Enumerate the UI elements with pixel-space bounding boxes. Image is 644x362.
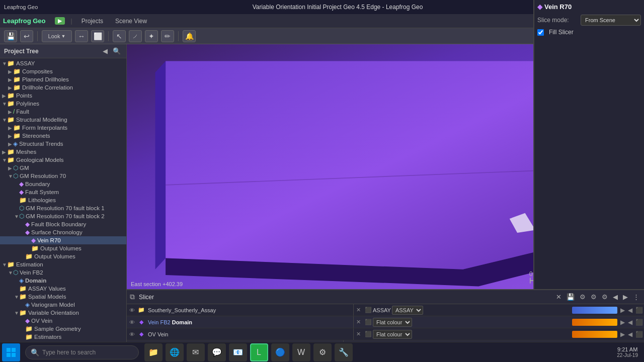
notification-button[interactable]: 🔔 bbox=[183, 30, 196, 42]
tree-item-boundary[interactable]: ◆Boundary bbox=[0, 180, 126, 188]
tree-item-lithologies[interactable]: 📁Lithologies bbox=[0, 196, 126, 204]
tree-expand-arrow[interactable]: ▼ bbox=[2, 117, 7, 123]
sidebar-search-button[interactable]: 🔍 bbox=[111, 47, 122, 55]
box-select-button[interactable]: ⬜ bbox=[91, 30, 104, 42]
table-row[interactable]: 👁 ◆ Vein FB2 Domain ✕ ⬛ Flat colour bbox=[127, 316, 644, 328]
taskbar-app-skype[interactable]: 💬 bbox=[208, 343, 226, 361]
slicer-settings-button2[interactable]: ⚙ bbox=[589, 293, 598, 301]
tree-expand-arrow[interactable]: ▼ bbox=[2, 262, 7, 267]
tree-item-planned-drillholes[interactable]: ▶📁Planned Drillholes bbox=[0, 75, 126, 83]
row-visibility-toggle[interactable]: 👁 bbox=[127, 331, 137, 337]
row-action-play[interactable]: ▶ bbox=[619, 306, 626, 314]
tree-item-domain[interactable]: ◈Domain bbox=[0, 277, 126, 285]
row-action-stop[interactable]: ⬛ bbox=[634, 330, 644, 338]
row-color-dropdown[interactable]: Flat colour bbox=[373, 318, 412, 327]
tree-expand-arrow[interactable]: ▶ bbox=[2, 149, 7, 155]
undo-button[interactable]: ↩ bbox=[20, 30, 33, 42]
tree-item-output-volumes1[interactable]: 📁Output Volumes bbox=[0, 244, 126, 252]
row-color-dropdown[interactable]: Flat colour bbox=[373, 330, 412, 339]
sidebar-collapse-button[interactable]: ◀ bbox=[101, 47, 109, 55]
taskbar-clock[interactable]: 9:21 AM 22-Jul-19 bbox=[613, 346, 642, 358]
tree-item-sample-geometry[interactable]: 📁Sample Geometry bbox=[0, 325, 126, 333]
tree-expand-arrow[interactable]: ▶ bbox=[8, 141, 13, 147]
tree-item-fault[interactable]: ▶/Fault bbox=[0, 108, 126, 116]
tree-item-meshes[interactable]: ▶📁Meshes bbox=[0, 148, 126, 156]
tree-item-gm-resolution-70[interactable]: ▼⬡GM Resolution 70 bbox=[0, 172, 126, 180]
slicer-settings-button5[interactable]: ▶ bbox=[621, 293, 629, 301]
taskbar-app-extra1[interactable]: ⚙ bbox=[313, 343, 332, 361]
tree-item-surface-chronology[interactable]: ◆Surface Chronology bbox=[0, 228, 126, 236]
slicer-close-button[interactable]: ✕ bbox=[554, 293, 563, 301]
row-action-play[interactable]: ▶ bbox=[619, 318, 626, 326]
tree-expand-arrow[interactable]: ▶ bbox=[8, 125, 13, 131]
save-button[interactable]: 💾 bbox=[4, 30, 17, 42]
menu-projects[interactable]: Projects bbox=[78, 17, 106, 26]
table-row[interactable]: 👁 ◆ OV Vein ✕ ⬛ Flat colour ▶ ◀ bbox=[127, 328, 644, 340]
tree-expand-arrow[interactable]: ▶ bbox=[8, 69, 13, 74]
table-row[interactable]: 👁 📁 Southerly_Southerly_Assay ✕ ⬛ ASSAY … bbox=[127, 304, 644, 316]
taskbar-app-extra2[interactable]: 🔧 bbox=[335, 343, 353, 361]
row-action-stop[interactable]: ⬛ bbox=[634, 306, 644, 314]
look-button[interactable]: Look ▼ bbox=[42, 30, 72, 42]
tree-item-polylines[interactable]: ▼📁Polylines bbox=[0, 100, 126, 108]
row-remove-button[interactable]: ✕ bbox=[354, 307, 363, 313]
tree-item-stereonets[interactable]: ▶📁Stereonets bbox=[0, 132, 126, 140]
tree-item-fault-system[interactable]: ◆Fault System bbox=[0, 188, 126, 196]
row-action-back[interactable]: ◀ bbox=[627, 318, 633, 326]
slicer-settings-button1[interactable]: ⚙ bbox=[578, 293, 587, 301]
tree-item-drillhole-correlation[interactable]: ▶📁Drillhole Correlation bbox=[0, 83, 126, 92]
row-visibility-toggle[interactable]: 👁 bbox=[127, 319, 137, 325]
select-button[interactable]: ↖ bbox=[113, 30, 126, 42]
start-button[interactable] bbox=[2, 343, 20, 361]
tree-item-assay-values[interactable]: 📁ASSAY Values bbox=[0, 285, 126, 293]
row-remove-button[interactable]: ✕ bbox=[354, 319, 363, 325]
tree-expand-arrow[interactable]: ▼ bbox=[14, 310, 19, 316]
tree-expand-arrow[interactable]: ▶ bbox=[8, 77, 13, 82]
tree-item-gm-fault-block-2[interactable]: ▼⬡GM Resolution 70 fault block 2 bbox=[0, 212, 126, 220]
tree-item-composites[interactable]: ▶📁Composites bbox=[0, 67, 126, 75]
tree-item-gm[interactable]: ▶⬡GM bbox=[0, 164, 126, 172]
tree-item-spatial-models[interactable]: ▼📁Spatial Models bbox=[0, 293, 126, 301]
tree-item-vein-r70[interactable]: ◆Vein R70 bbox=[0, 236, 126, 244]
row-action-stop[interactable]: ⬛ bbox=[634, 318, 644, 326]
slice-mode-dropdown[interactable]: From Scene bbox=[581, 15, 641, 26]
tree-item-form-interpolants[interactable]: ▶📁Form Interpolants bbox=[0, 124, 126, 132]
tree-item-estimation[interactable]: ▼📁Estimation bbox=[0, 260, 126, 268]
taskbar-app-edge[interactable]: 🌐 bbox=[166, 343, 184, 361]
tree-item-variogram-model[interactable]: ◈Variogram Model bbox=[0, 301, 126, 309]
tree-expand-arrow[interactable]: ▼ bbox=[8, 270, 13, 276]
tree-expand-arrow[interactable]: ▼ bbox=[2, 157, 7, 163]
tree-expand-arrow[interactable]: ▼ bbox=[8, 173, 13, 179]
move-tool-button[interactable]: ↔ bbox=[75, 30, 88, 42]
tree-item-structural-modelling[interactable]: ▼📁Structural Modelling bbox=[0, 116, 126, 124]
taskbar-app-chrome[interactable]: 🔵 bbox=[271, 343, 289, 361]
row-color-dropdown[interactable]: ASSAY bbox=[392, 306, 423, 315]
pencil-button[interactable]: ✏ bbox=[161, 30, 174, 42]
slicer-save-button[interactable]: 💾 bbox=[565, 293, 576, 301]
row-action-back[interactable]: ◀ bbox=[627, 330, 633, 338]
taskbar-search[interactable]: 🔍 Type here to search bbox=[25, 345, 139, 359]
tree-expand-arrow[interactable]: ▼ bbox=[2, 61, 7, 66]
fill-slicer-checkbox[interactable] bbox=[537, 29, 544, 36]
row-action-play[interactable]: ▶ bbox=[619, 330, 626, 338]
slicer-settings-button4[interactable]: ◀ bbox=[611, 293, 619, 301]
tree-expand-arrow[interactable]: ▶ bbox=[2, 93, 7, 99]
tree-expand-arrow[interactable]: ▶ bbox=[8, 85, 13, 90]
menu-scene-view[interactable]: Scene View bbox=[112, 17, 150, 26]
taskbar-app-leapfrog[interactable]: L bbox=[250, 343, 268, 361]
run-button[interactable]: ▶ bbox=[55, 17, 65, 25]
tree-item-variable-orientation[interactable]: ▼📁Variable Orientation bbox=[0, 309, 126, 317]
slicer-settings-button3[interactable]: ⚙ bbox=[600, 293, 609, 301]
tree-item-fault-block-boundary[interactable]: ◆Fault Block Boundary bbox=[0, 220, 126, 228]
measure-button[interactable]: ✦ bbox=[145, 30, 158, 42]
taskbar-app-mail[interactable]: ✉ bbox=[187, 343, 205, 361]
row-remove-button[interactable]: ✕ bbox=[354, 331, 363, 337]
tree-expand-arrow[interactable]: ▼ bbox=[14, 214, 19, 219]
tree-item-output-volumes2[interactable]: 📁Output Volumes bbox=[0, 252, 126, 260]
tree-expand-arrow[interactable]: ▶ bbox=[8, 165, 13, 171]
row-action-back[interactable]: ◀ bbox=[627, 306, 633, 314]
tree-item-vein-fb2[interactable]: ▼⬡Vein FB2 bbox=[0, 268, 126, 277]
tree-item-assay[interactable]: ▼📁ASSAY bbox=[0, 59, 126, 67]
tree-item-estimators[interactable]: 📁Estimators bbox=[0, 333, 126, 341]
taskbar-app-word[interactable]: W bbox=[292, 343, 310, 361]
